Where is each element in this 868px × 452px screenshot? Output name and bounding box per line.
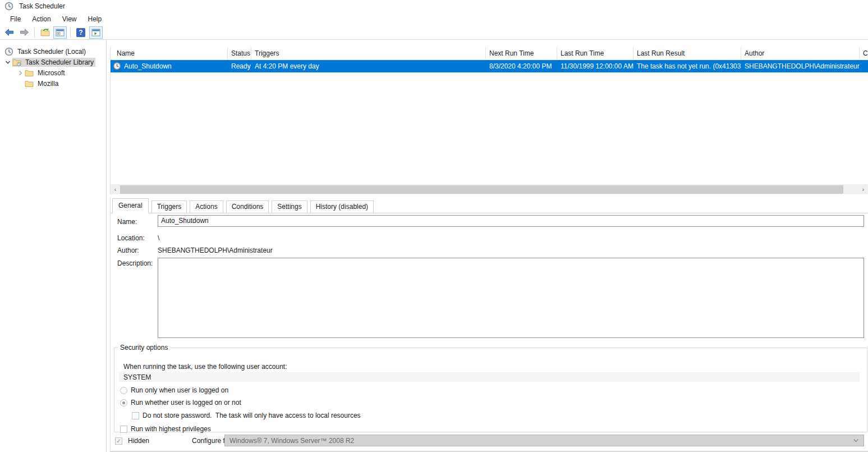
checkbox-label: Do not store password. The task will onl… [143,412,361,419]
task-clock-icon [113,62,122,71]
tree-item-mozilla[interactable]: Mozilla [0,78,106,89]
user-account-value: SYSTEM [119,372,860,382]
checkbox-label: Run with highest privileges [131,425,211,433]
tab-triggers[interactable]: Triggers [151,200,187,213]
tree-item-label: Microsoft [36,69,67,77]
toolbar-separator [34,28,35,38]
task-triggers: At 4:20 PM every day [251,62,486,70]
task-name: Auto_Shutdown [124,62,172,70]
configure-for-value: Windows® 7, Windows Server™ 2008 R2 [229,437,354,445]
console-tree-pane: Task Scheduler (Local) Task Scheduler Li… [0,40,107,452]
toolbar-separator [70,28,71,38]
column-header-created[interactable]: Cr [860,47,868,60]
export-button[interactable] [38,26,52,39]
hidden-checkbox[interactable]: ✓ [115,437,122,445]
column-header-name[interactable]: Name [111,47,228,60]
chevron-down-icon[interactable] [3,58,12,67]
description-input[interactable] [158,258,864,338]
author-value: SHEBANGTHEDOLPH\Administrateur [158,246,273,254]
column-header-author[interactable]: Author [741,47,860,60]
clock-icon [4,47,13,56]
action-pane-button[interactable] [89,26,103,39]
task-author: SHEBANGTHEDOLPH\Administrateur [741,62,860,70]
action-pane-icon [91,28,100,37]
tab-conditions[interactable]: Conditions [226,200,269,213]
tree-item-label: Task Scheduler Library [24,58,95,67]
window-title: Task Scheduler [19,2,65,10]
clock-app-icon [4,2,13,11]
tree-selection-highlight: Task Scheduler Library [12,58,95,67]
column-header-last-run-time[interactable]: Last Run Time [557,47,633,60]
description-label: Description: [117,259,153,267]
library-folder-icon [12,58,21,67]
table-row-auto-shutdown[interactable]: Auto_Shutdown Ready At 4:20 PM every day… [111,60,868,72]
console-tree-icon [56,28,65,37]
task-status: Ready [228,62,251,70]
hidden-label: Hidden [128,437,149,445]
task-list-view: Name Status Triggers Next Run Time Last … [110,47,868,194]
author-label: Author: [117,246,139,254]
title-bar: Task Scheduler [0,0,868,12]
forward-icon [19,27,30,38]
menu-view[interactable]: View [57,13,82,25]
configure-row: ✓ Hidden Configure for: Windows® 7, Wind… [115,435,864,447]
tree-item-microsoft[interactable]: Microsoft [0,67,106,78]
task-detail-pane: General Triggers Actions Conditions Sett… [110,197,868,452]
menu-action[interactable]: Action [26,13,56,25]
account-name: SYSTEM [123,373,151,381]
checkbox-icon[interactable] [132,412,139,419]
console-tree-button[interactable] [53,26,67,39]
column-header-next-run-time[interactable]: Next Run Time [486,47,557,60]
column-header-triggers[interactable]: Triggers [251,47,486,60]
radio-icon[interactable] [120,387,127,394]
forward-button[interactable] [17,26,31,39]
checkbox-icon[interactable] [120,426,127,433]
task-last-run-result: The task has not yet run. (0x41303) [633,62,741,70]
location-value: \ [158,234,159,242]
folder-icon [25,79,34,88]
chevron-right-icon[interactable] [16,69,25,77]
scrollbar-thumb[interactable] [120,185,843,194]
checkbox-do-not-store-password[interactable]: Do not store password. The task will onl… [132,412,361,419]
tab-settings[interactable]: Settings [272,200,307,213]
radio-run-logged-on-or-not[interactable]: Run whether user is logged on or not [120,399,241,407]
detail-tabs: General Triggers Actions Conditions Sett… [111,199,868,213]
back-button[interactable] [2,26,16,39]
toolbar: ? [0,25,868,40]
help-icon: ? [76,28,85,37]
tree-item-label: Task Scheduler (Local) [16,47,88,56]
scroll-left-icon[interactable]: ‹ [111,184,120,194]
tab-general[interactable]: General [112,198,149,213]
tab-history[interactable]: History (disabled) [310,200,374,213]
column-header-status[interactable]: Status [228,47,251,60]
export-folder-icon [40,28,50,37]
tab-actions[interactable]: Actions [190,200,223,213]
menu-file[interactable]: File [4,13,26,25]
scroll-right-icon[interactable]: › [858,184,868,194]
radio-label: Run whether user is logged on or not [131,399,241,407]
menu-bar: File Action View Help [0,12,868,25]
security-options-legend: Security options [118,344,170,351]
radio-label: Run only when user is logged on [131,386,228,394]
name-label: Name: [117,218,137,226]
checkbox-highest-privileges[interactable]: Run with highest privileges [120,425,211,433]
column-header-last-run-result[interactable]: Last Run Result [633,47,741,60]
help-button[interactable]: ? [74,26,88,39]
task-list-header: Name Status Triggers Next Run Time Last … [111,47,868,60]
tree-item-label: Mozilla [36,79,60,88]
configure-for-dropdown[interactable]: Windows® 7, Windows Server™ 2008 R2 [224,435,864,446]
location-label: Location: [117,234,145,242]
radio-run-logged-on[interactable]: Run only when user is logged on [120,386,228,394]
horizontal-scrollbar[interactable]: ‹ › [111,184,868,194]
menu-help[interactable]: Help [82,13,108,25]
radio-checked-icon[interactable] [120,399,127,407]
task-name-cell: Auto_Shutdown [111,62,228,71]
back-icon [4,27,15,38]
security-options-group: Security options When running the task, … [114,344,867,432]
tree-item-task-scheduler-library[interactable]: Task Scheduler Library [0,57,106,67]
task-name-input[interactable]: Auto_Shutdown [158,215,864,227]
tree-item-task-scheduler-local[interactable]: Task Scheduler (Local) [0,46,106,57]
task-next-run-time: 8/3/2020 4:20:00 PM [486,62,557,70]
task-scheduler-window: Task Scheduler File Action View Help ? [0,0,868,452]
folder-icon [25,69,34,77]
